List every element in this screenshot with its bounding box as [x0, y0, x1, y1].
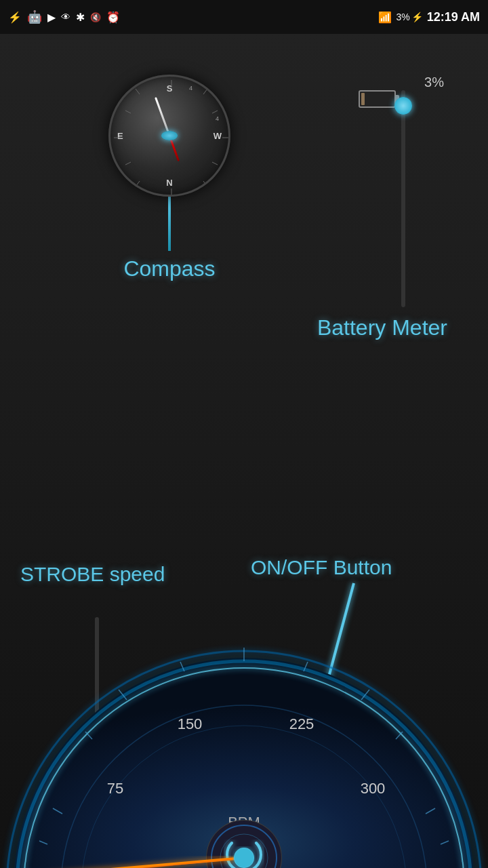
- svg-line-7: [136, 181, 140, 186]
- svg-line-11: [125, 162, 131, 165]
- battery-fill: [361, 93, 364, 105]
- compass-stem: [168, 197, 171, 251]
- mute-icon: 🔇: [90, 12, 101, 22]
- battery-widget: 3% Battery Meter: [317, 75, 447, 340]
- gauge-container: 75 150 225 300 BPM 0: [0, 597, 488, 868]
- bluetooth-icon: ✱: [76, 11, 85, 24]
- svg-line-6: [203, 181, 207, 186]
- battery-icon: [359, 90, 396, 108]
- onoff-label: ON/OFF Button: [251, 556, 392, 579]
- status-time: 12:19 AM: [427, 10, 480, 24]
- alarm-icon: ⏰: [106, 11, 120, 24]
- svg-text:4: 4: [189, 85, 192, 92]
- battery-percent-status: 3%: [396, 12, 409, 22]
- svg-text:225: 225: [289, 715, 314, 732]
- eye-icon: 👁: [61, 12, 70, 22]
- battery-label: Battery Meter: [317, 315, 447, 340]
- compass-center: [161, 131, 178, 140]
- svg-point-38: [235, 848, 253, 867]
- battery-indicator: 3% ⚡: [396, 12, 422, 22]
- svg-text:300: 300: [361, 780, 386, 797]
- status-bar: ⚡ 🤖 ▶ 👁 ✱ 🔇 ⏰ 📶 3% ⚡ 12:19 AM: [0, 0, 488, 34]
- battery-slider-track[interactable]: [401, 90, 405, 307]
- battery-charging-icon: ⚡: [411, 12, 423, 22]
- bpm-gauge[interactable]: 75 150 225 300 BPM 0: [0, 597, 488, 868]
- compass-widget: S N W E: [108, 75, 230, 281]
- compass-label: Compass: [123, 256, 215, 281]
- svg-line-10: [125, 111, 131, 113]
- play-icon: ▶: [47, 11, 56, 24]
- usb-icon: ⚡: [8, 11, 22, 24]
- strobe-label: STROBE speed: [20, 563, 165, 586]
- svg-line-8: [212, 111, 218, 113]
- status-left-icons: ⚡ 🤖 ▶ 👁 ✱ 🔇 ⏰: [8, 9, 120, 24]
- main-content: S N W E: [0, 34, 488, 868]
- android-icon: 🤖: [27, 9, 42, 24]
- compass-dial[interactable]: S N W E: [108, 75, 230, 197]
- svg-line-5: [136, 89, 140, 94]
- svg-line-9: [212, 162, 218, 165]
- svg-text:75: 75: [107, 780, 123, 797]
- battery-slider-thumb[interactable]: [394, 97, 412, 115]
- battery-track-container: [359, 90, 405, 307]
- status-right-icons: 📶 3% ⚡ 12:19 AM: [378, 10, 480, 24]
- svg-line-4: [203, 89, 207, 94]
- svg-text:4: 4: [216, 115, 219, 122]
- battery-percentage: 3%: [424, 75, 444, 90]
- signal-icon: 📶: [378, 11, 392, 24]
- svg-text:150: 150: [178, 715, 203, 732]
